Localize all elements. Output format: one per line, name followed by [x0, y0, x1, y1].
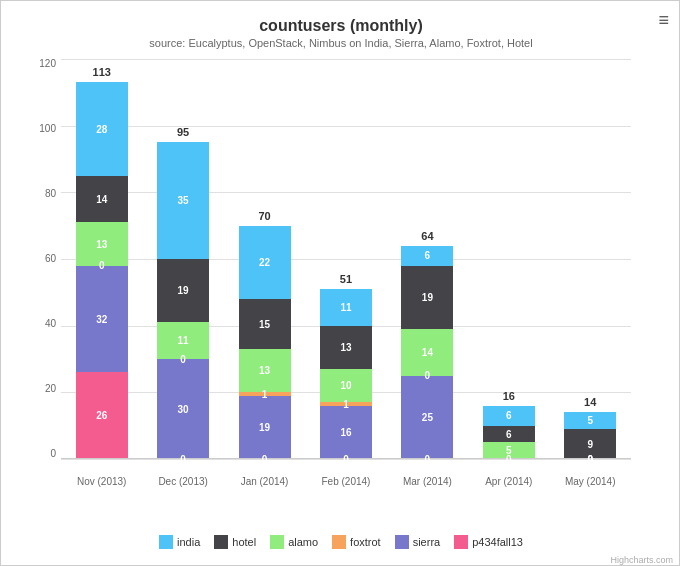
bar-total-label: 16 [483, 390, 535, 402]
legend-label: p434fall13 [472, 536, 523, 548]
segment-label: 22 [259, 257, 270, 268]
segment-label: 25 [422, 412, 433, 423]
legend-color-box [270, 535, 284, 549]
bar-total-label: 113 [76, 66, 128, 78]
bar-segment-sierra: 16 [320, 406, 372, 459]
legend-item-alamo: alamo [270, 535, 318, 549]
bar-segment-india: 11 [320, 289, 372, 326]
x-axis-label: Mar (2014) [401, 476, 453, 487]
bar-total-label: 14 [564, 396, 616, 408]
bar-segment-india: 35 [157, 142, 209, 259]
bar-segment-alamo: 13 [239, 349, 291, 392]
x-axis-label: Jan (2014) [239, 476, 291, 487]
segment-label: 28 [96, 124, 107, 135]
segment-label: 32 [96, 314, 107, 325]
segment-label: 14 [422, 347, 433, 358]
bar-stack: 02501419664 [401, 246, 453, 459]
bar-segment-foxtrot: 1 [320, 402, 372, 405]
bar-segment-sierra: 19 [239, 396, 291, 459]
bar-segment-india: 6 [483, 406, 535, 426]
legend-label: sierra [413, 536, 441, 548]
segment-label: 26 [96, 410, 107, 421]
bar-segment-hotel: 14 [76, 176, 128, 223]
y-axis: 120100806040200 [21, 59, 61, 459]
bar-group: 009514 [564, 412, 616, 459]
legend-color-box [454, 535, 468, 549]
chart-subtitle: source: Eucalyptus, OpenStack, Nimbus on… [11, 37, 671, 49]
bar-segment-india: 5 [564, 412, 616, 429]
x-labels: Nov (2013)Dec (2013)Jan (2014)Feb (2014)… [61, 476, 631, 487]
y-axis-label: 20 [45, 384, 56, 394]
y-axis-label: 80 [45, 189, 56, 199]
bars-wrapper: 2632013142811303001119359501911315227001… [61, 59, 631, 459]
bar-segment-hotel: 9 [564, 429, 616, 459]
menu-icon[interactable]: ≡ [658, 11, 669, 29]
segment-label: 10 [340, 380, 351, 391]
bar-segment-hotel: 19 [401, 266, 453, 329]
bar-segment-hotel: 15 [239, 299, 291, 349]
x-axis-label: Apr (2014) [483, 476, 535, 487]
chart-area: 120100806040200 263201314281130300111935… [61, 59, 631, 459]
chart-container: countusers (monthly) source: Eucalyptus,… [1, 1, 680, 566]
segment-label: 30 [178, 404, 189, 415]
segment-label: 13 [259, 365, 270, 376]
bar-segment-india: 22 [239, 226, 291, 299]
legend-label: foxtrot [350, 536, 381, 548]
bar-total-label: 70 [239, 210, 291, 222]
bar-segment-alamo: 13 [76, 222, 128, 265]
x-axis-label: May (2014) [564, 476, 616, 487]
segment-label: 19 [259, 422, 270, 433]
segment-label: 11 [178, 335, 189, 346]
bar-segment-alamo: 14 [401, 329, 453, 376]
legend-color-box [159, 535, 173, 549]
bar-total-label: 64 [401, 230, 453, 242]
bar-group: 02501419664 [401, 246, 453, 459]
legend-item-hotel: hotel [214, 535, 256, 549]
bar-segment-india: 6 [401, 246, 453, 266]
bar-segment-alamo: 5 [483, 442, 535, 459]
x-axis-label: Feb (2014) [320, 476, 372, 487]
legend: indiahotelalamofoxtrotsierrap434fall13 [1, 535, 680, 549]
x-axis-label: Dec (2013) [157, 476, 209, 487]
chart-title: countusers (monthly) [11, 17, 671, 35]
bar-total-label: 95 [157, 126, 209, 138]
y-axis-label: 120 [39, 59, 56, 69]
legend-color-box [214, 535, 228, 549]
bar-segment-p434fall13: 26 [76, 372, 128, 459]
segment-label: 15 [259, 319, 270, 330]
y-axis-label: 40 [45, 319, 56, 329]
segment-label: 6 [506, 410, 512, 421]
legend-color-box [395, 535, 409, 549]
bar-stack: 009514 [564, 412, 616, 459]
y-axis-label: 0 [50, 449, 56, 459]
bar-segment-hotel: 19 [157, 259, 209, 322]
segment-label: 35 [178, 195, 189, 206]
y-axis-label: 100 [39, 124, 56, 134]
bar-group: 019113152270 [239, 226, 291, 459]
legend-label: india [177, 536, 200, 548]
segment-label: 5 [506, 445, 512, 456]
legend-label: hotel [232, 536, 256, 548]
segment-label: 19 [422, 292, 433, 303]
segment-label: 5 [587, 415, 593, 426]
bar-segment-foxtrot: 1 [239, 392, 291, 395]
segment-label: 16 [340, 427, 351, 438]
bar-segment-hotel: 6 [483, 426, 535, 443]
segment-label: 11 [340, 302, 351, 313]
bar-segment-hotel: 13 [320, 326, 372, 369]
bar-stack: 26320131428113 [76, 82, 128, 459]
segment-label: 6 [425, 250, 431, 261]
grid-line [61, 459, 631, 460]
legend-item-foxtrot: foxtrot [332, 535, 381, 549]
bar-stack: 019113152270 [239, 226, 291, 459]
highcharts-credit: Highcharts.com [610, 555, 673, 565]
bar-total-label: 51 [320, 273, 372, 285]
segment-label: 9 [587, 439, 593, 450]
segment-label: 13 [96, 239, 107, 250]
x-axis-label: Nov (2013) [76, 476, 128, 487]
bar-group: 056616 [483, 406, 535, 459]
bar-segment-sierra: 30 [157, 359, 209, 459]
x-axis-line [61, 458, 631, 459]
segment-label: 6 [506, 429, 512, 440]
bar-segment-alamo: 10 [320, 369, 372, 402]
